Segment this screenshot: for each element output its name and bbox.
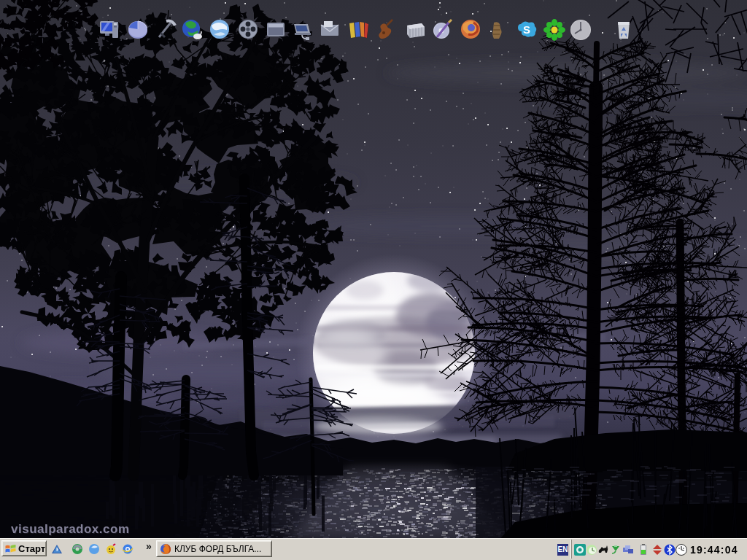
svg-text:S: S	[523, 23, 530, 36]
